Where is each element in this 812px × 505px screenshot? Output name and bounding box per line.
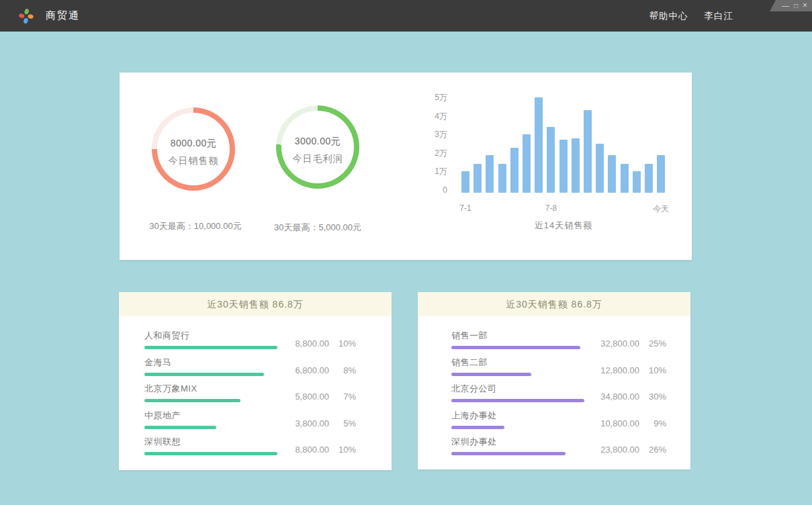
rank-row-value: 6,800.00 [286, 365, 329, 375]
rank-row-left: 中原地产 [144, 410, 277, 429]
department-rank-card: 近30天销售额 86.8万 销售一部32,800.0025%销售二部12,800… [418, 292, 690, 469]
today-profit-label: 今日毛利润 [293, 153, 343, 165]
help-center-link[interactable]: 帮助中心 [649, 10, 688, 22]
rank-row-percent: 26% [643, 445, 666, 455]
maximize-button[interactable]: □ [794, 1, 798, 11]
y-axis-tick: 2万 [435, 148, 447, 158]
rank-row-value: 8,800.00 [286, 445, 329, 455]
rank-row-value: 23,800.00 [596, 445, 639, 455]
bar [572, 138, 580, 193]
bar-chart-plot [459, 89, 668, 193]
user-menu[interactable]: 李白江 [705, 10, 734, 22]
rank-row-numbers: 8,800.0010% [286, 338, 356, 349]
rank-row-percent: 10% [643, 365, 666, 375]
y-axis-tick: 1万 [435, 167, 447, 176]
rank-row-left: 销售二部 [451, 357, 584, 376]
rank-row: 中原地产3,800.005% [144, 410, 356, 429]
rank-row-value: 32,800.00 [596, 338, 639, 349]
y-axis-tick: 0 [443, 185, 447, 195]
rank-row-left: 销售一部 [451, 330, 584, 349]
today-sales-donut-center: 8000.00元 今日销售额 [157, 113, 230, 185]
rank-row: 人和商贸行8,800.0010% [144, 330, 356, 349]
rank-row-value: 34,800.00 [596, 392, 639, 402]
bar [461, 171, 469, 193]
rank-row-percent: 30% [643, 392, 666, 402]
bar-chart-title: 近14天销售额 [459, 220, 668, 232]
department-rank-card-title: 近30天销售额 86.8万 [418, 292, 690, 316]
y-axis-tick: 4万 [435, 111, 447, 121]
app-window: 商贸通 帮助中心 李白江 — □ × 8000.00元 今日销售额 3000.0… [0, 0, 812, 505]
bar [633, 171, 641, 193]
rank-row-label: 北京万象MIX [144, 383, 277, 394]
rank-row-percent: 7% [333, 392, 356, 402]
y-axis-tick: 3万 [435, 130, 447, 139]
bar [645, 164, 653, 193]
rank-row: 深圳办事处23,800.0026% [451, 437, 666, 455]
rank-row-bar [451, 346, 580, 349]
today-sales-label: 今日销售额 [169, 155, 219, 167]
rank-row-left: 上海办事处 [451, 410, 584, 429]
rank-row-bar [451, 373, 531, 376]
rank-row-percent: 25% [643, 338, 666, 349]
rank-row-percent: 9% [643, 418, 666, 428]
rank-row-numbers: 34,800.0030% [596, 392, 666, 402]
rank-row-bar [451, 426, 504, 429]
customer-rank-list: 人和商贸行8,800.0010%金海马6,800.008%北京万象MIX5,80… [119, 316, 392, 455]
bar [523, 134, 531, 193]
minimize-button[interactable]: — [782, 1, 789, 11]
today-profit-donut-center: 3000.00元 今日毛利润 [281, 111, 354, 183]
rank-row-numbers: 10,800.009% [596, 418, 666, 428]
rank-row-label: 深圳办事处 [451, 437, 584, 447]
app-logo-icon [18, 8, 34, 24]
rank-row-numbers: 23,800.0026% [596, 445, 666, 455]
y-axis-tick: 5万 [435, 93, 447, 102]
bar [584, 110, 592, 193]
close-button[interactable]: × [803, 1, 807, 11]
rank-row-left: 北京分公司 [451, 383, 584, 402]
rank-row-bar [144, 346, 277, 349]
rank-row-value: 5,800.00 [286, 392, 329, 402]
rank-row-numbers: 32,800.0025% [596, 338, 666, 349]
rank-row: 深圳联想8,800.0010% [144, 437, 356, 455]
rank-row-numbers: 3,800.005% [286, 418, 356, 428]
x-axis-tick: 7-8 [545, 203, 557, 213]
rank-row-left: 人和商贸行 [144, 330, 277, 349]
rank-row-label: 上海办事处 [451, 410, 584, 420]
rank-row-bar [451, 399, 584, 402]
rank-row-value: 10,800.00 [596, 418, 639, 428]
rank-row-bar [451, 452, 566, 455]
topbar: 商贸通 帮助中心 李白江 — □ × [0, 0, 812, 32]
rank-row-numbers: 6,800.008% [286, 365, 356, 375]
rank-row-left: 深圳联想 [144, 437, 277, 455]
rank-row-left: 北京万象MIX [144, 383, 277, 402]
bar-chart-y-axis: 01万2万3万4万5万 [415, 85, 447, 193]
rank-row-percent: 5% [333, 418, 356, 428]
overview-card: 8000.00元 今日销售额 3000.00元 今日毛利润 30天最高：10,0… [120, 73, 692, 260]
x-axis-tick: 7-1 [459, 203, 471, 213]
bar [559, 140, 568, 193]
rank-row-numbers: 12,800.0010% [596, 365, 666, 375]
rank-row: 北京万象MIX5,800.007% [144, 383, 356, 402]
rank-row-label: 人和商贸行 [144, 330, 277, 340]
bar [535, 97, 543, 193]
customer-rank-card: 近30天销售额 86.8万 人和商贸行8,800.0010%金海马6,800.0… [119, 292, 392, 470]
bar [547, 127, 555, 193]
bar [657, 155, 665, 193]
rank-row-left: 金海马 [144, 357, 277, 376]
rank-row-label: 北京分公司 [451, 383, 584, 394]
rank-row-percent: 10% [333, 445, 356, 455]
profit-30day-max: 30天最高：5,000.00元 [242, 222, 394, 234]
bar [510, 148, 518, 193]
today-sales-value: 8000.00元 [171, 138, 217, 150]
today-profit-donut: 3000.00元 今日毛利润 [276, 105, 359, 189]
rank-row-percent: 10% [333, 338, 356, 349]
rank-row-percent: 8% [333, 365, 356, 375]
rank-row-bar [144, 452, 277, 455]
rank-row-value: 12,800.00 [596, 365, 639, 375]
bar [486, 155, 494, 193]
bar [596, 144, 604, 193]
rank-row-label: 金海马 [144, 357, 277, 367]
rank-row-label: 销售一部 [451, 330, 584, 340]
rank-row-bar [144, 373, 264, 376]
rank-row: 北京分公司34,800.0030% [451, 383, 666, 402]
